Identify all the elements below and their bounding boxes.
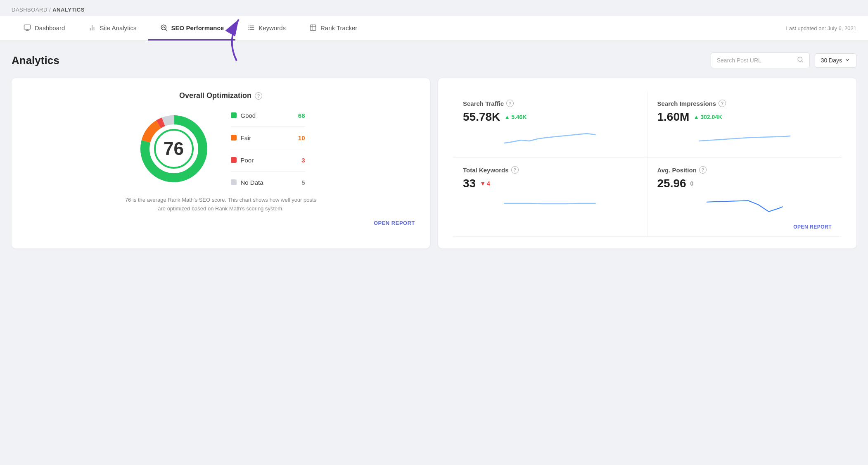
tabs-bar: Dashboard Site Analytics SEO Performance — [0, 16, 868, 41]
page-title: Analytics — [12, 54, 59, 67]
seo-icon — [160, 24, 168, 32]
search-traffic-values: 55.78K ▲ 5.46K — [463, 110, 637, 124]
breadcrumb: DASHBOARD / ANALYTICS — [0, 0, 868, 16]
list-icon — [247, 24, 255, 32]
tab-dashboard-label: Dashboard — [35, 24, 65, 31]
tab-rank-tracker[interactable]: Rank Tracker — [297, 16, 369, 41]
avg-position-sparkline — [657, 195, 832, 216]
legend-label-poor: Poor — [241, 157, 289, 164]
search-traffic-value: 55.78K — [463, 110, 500, 124]
donut-score: 76 — [164, 138, 184, 159]
search-traffic-delta: ▲ 5.46K — [504, 114, 526, 120]
legend-dot-good — [231, 112, 237, 118]
total-keywords-values: 33 ▼ 4 — [463, 177, 637, 190]
search-impressions-title: Search Impressions ? — [657, 100, 832, 107]
total-keywords-title: Total Keywords ? — [463, 166, 637, 174]
legend-dot-poor — [231, 157, 237, 163]
chevron-down-icon — [844, 57, 850, 64]
tab-seo-performance[interactable]: SEO Performance — [148, 16, 236, 41]
search-traffic-sparkline — [463, 129, 637, 149]
search-impressions-sparkline — [657, 129, 832, 149]
tab-seo-performance-label: SEO Performance — [171, 24, 224, 31]
tab-site-analytics-label: Site Analytics — [100, 24, 136, 31]
tab-dashboard[interactable]: Dashboard — [12, 16, 76, 41]
metric-avg-position: Avg. Position ? 25.96 0 OPEN REPORT — [647, 158, 842, 237]
legend-poor: Poor 3 — [231, 157, 305, 164]
breadcrumb-current: ANALYTICS — [52, 7, 85, 13]
legend-value-poor: 3 — [294, 157, 305, 164]
metrics-open-report[interactable]: OPEN REPORT — [657, 221, 832, 230]
chart-area: 76 Good 68 Fair 10 — [137, 112, 305, 186]
optimization-help-icon[interactable]: ? — [255, 92, 262, 100]
search-traffic-title: Search Traffic ? — [463, 100, 637, 107]
search-impressions-help-icon[interactable]: ? — [719, 100, 726, 107]
bar-chart-icon — [88, 24, 96, 32]
avg-position-values: 25.96 0 — [657, 177, 832, 190]
svg-line-19 — [802, 61, 803, 62]
avg-position-title: Avg. Position ? — [657, 166, 832, 174]
search-traffic-help-icon[interactable]: ? — [506, 100, 514, 107]
tab-keywords[interactable]: Keywords — [235, 16, 297, 41]
tab-keywords-label: Keywords — [259, 24, 286, 31]
avg-position-delta: 0 — [690, 180, 694, 187]
optimization-open-report[interactable]: OPEN REPORT — [374, 220, 415, 226]
tabs-list: Dashboard Site Analytics SEO Performance — [12, 16, 369, 41]
svg-rect-0 — [24, 25, 31, 29]
svg-line-7 — [165, 29, 166, 30]
search-impressions-value: 1.60M — [657, 110, 690, 124]
legend-value-nodata: 5 — [294, 179, 305, 186]
metric-search-traffic: Search Traffic ? 55.78K ▲ 5.46K — [453, 91, 647, 158]
metric-search-impressions: Search Impressions ? 1.60M ▲ 302.04K — [647, 91, 842, 158]
days-dropdown[interactable]: 30 Days — [815, 53, 856, 68]
legend-dot-nodata — [231, 179, 237, 185]
search-impressions-values: 1.60M ▲ 302.04K — [657, 110, 832, 124]
main-content: Analytics 3 — [0, 41, 868, 260]
last-updated: Last updated on: July 6, 2021 — [786, 25, 856, 31]
delta-down-arrow: ▼ — [480, 180, 486, 187]
breadcrumb-separator: / — [49, 7, 52, 13]
delta-up-arrow: ▲ — [693, 114, 699, 120]
legend-value-good: 68 — [294, 112, 305, 119]
rank-icon — [309, 24, 317, 32]
legend-value-fair: 10 — [294, 134, 305, 141]
optimization-card-title: Overall Optimization ? — [179, 91, 262, 100]
avg-position-help-icon[interactable]: ? — [699, 166, 707, 174]
legend-nodata: No Data 5 — [231, 179, 305, 186]
optimization-description: 76 is the average Rank Math's SEO score.… — [122, 196, 320, 213]
metrics-card: Search Traffic ? 55.78K ▲ 5.46K Searc — [438, 78, 856, 248]
search-input[interactable] — [717, 57, 794, 64]
legend-label-good: Good — [241, 112, 289, 119]
search-icon — [797, 56, 804, 64]
delta-up-arrow: ▲ — [504, 114, 510, 120]
days-label: 30 Days — [821, 57, 842, 64]
avg-position-value: 25.96 — [657, 177, 686, 190]
optimization-card: Overall Optimization ? — [12, 78, 430, 248]
header-controls: 30 Days — [711, 52, 856, 68]
total-keywords-help-icon[interactable]: ? — [511, 166, 519, 174]
metric-total-keywords: Total Keywords ? 33 ▼ 4 — [453, 158, 647, 237]
monitor-icon — [23, 24, 31, 32]
search-box[interactable] — [711, 52, 810, 68]
tab-rank-tracker-label: Rank Tracker — [320, 24, 357, 31]
svg-rect-14 — [310, 25, 316, 31]
legend-label-fair: Fair — [241, 134, 289, 141]
breadcrumb-parent[interactable]: DASHBOARD — [12, 7, 47, 13]
cards-row: Overall Optimization ? — [12, 78, 856, 248]
legend-good: Good 68 — [231, 112, 305, 119]
donut-chart: 76 — [137, 112, 211, 186]
total-keywords-delta: ▼ 4 — [480, 180, 490, 187]
legend-fair: Fair 10 — [231, 134, 305, 141]
tab-site-analytics[interactable]: Site Analytics — [76, 16, 148, 41]
legend-dot-fair — [231, 135, 237, 141]
total-keywords-sparkline — [463, 195, 637, 216]
legend: Good 68 Fair 10 Poor 3 — [231, 112, 305, 186]
page-header: Analytics 3 — [12, 52, 856, 68]
total-keywords-value: 33 — [463, 177, 476, 190]
legend-label-nodata: No Data — [241, 179, 289, 186]
search-impressions-delta: ▲ 302.04K — [693, 114, 722, 120]
